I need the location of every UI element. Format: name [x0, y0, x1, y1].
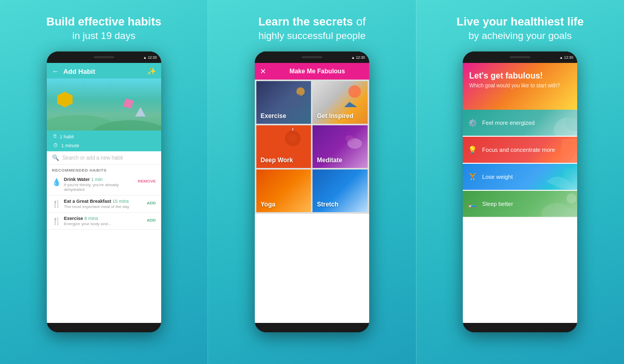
goal-focus[interactable]: 💡 Focus and concentrate more [463, 137, 577, 164]
stat-time-text: 1 minute [61, 143, 80, 148]
p3-header-title: Let's get fabulous! [469, 71, 571, 81]
habit-item-water: 💧 Drink Water 1 min If you're thirsty, y… [47, 174, 161, 196]
panel-1: Build effective habits in just 19 days ▲… [0, 0, 207, 364]
panel-1-heading-normal: in just 19 days [46, 30, 161, 43]
tile-inspired[interactable]: Get Inspired [313, 81, 368, 124]
tile-stretch[interactable]: Stretch [313, 170, 368, 212]
stat-row-habits: ⠿ 1 habit [53, 133, 155, 140]
goal-energized[interactable]: ⚙️ Feel more energized [463, 110, 577, 137]
panel-3-heading: Live your healthiest life by acheiving y… [451, 15, 589, 42]
water-icon: 💧 [52, 177, 61, 186]
phone-1-top-bar: ▲12:30 [47, 51, 161, 63]
phone-3-status: ▲12:30 [560, 56, 573, 59]
svg-rect-3 [290, 94, 301, 107]
hex-shape [57, 92, 73, 107]
phone-2-top-bar: ▲12:30 [255, 51, 369, 63]
exercise-deco [282, 84, 308, 110]
hills-svg [47, 110, 161, 131]
phone-1: ▲12:30 ← Add Habit ✨ [47, 51, 161, 332]
habit-item-exercise: 🍴 Exercise 8 mins Energize your body and… [47, 213, 161, 230]
svg-point-7 [289, 134, 297, 142]
search-placeholder: Search or add a new habit [62, 155, 123, 161]
p2-app-title: Make Me Fabulous [270, 68, 364, 75]
tile-meditate[interactable]: Meditate [313, 125, 368, 168]
tile-deepwork[interactable]: Deep Work [256, 125, 311, 168]
sleep-icon: 🛏️ [468, 200, 477, 208]
svg-marker-5 [344, 102, 357, 107]
goal-sleep-label: Sleep better [482, 201, 513, 207]
habit-water-info: Drink Water 1 min If you're thirsty, you… [64, 177, 135, 192]
svg-point-15 [563, 168, 575, 180]
p2-app-header: ✕ Make Me Fabulous [255, 63, 369, 80]
focus-icon: 💡 [468, 146, 477, 154]
habit-breakfast-info: Eat a Great Breakfast 15 mins The most i… [64, 199, 144, 209]
meditate-deco [339, 128, 365, 154]
p2-tile-grid: Exercise Get Inspired [255, 80, 369, 214]
phone-2: ▲12:30 ✕ Make Me Fabulous Exercise [255, 51, 369, 332]
phone-3-speaker [510, 56, 530, 58]
remove-button[interactable]: REMOVE [138, 177, 156, 184]
tile-deepwork-label: Deep Work [261, 157, 293, 164]
phone-1-bottom-bar [47, 323, 161, 332]
goal-weight[interactable]: 🏋️ Lose weight [463, 164, 577, 191]
inspired-deco [339, 84, 365, 110]
phone-2-bottom-bar [255, 323, 369, 332]
phone-2-screen: ✕ Make Me Fabulous Exercise [255, 63, 369, 323]
p3-goals-list: ⚙️ Feel more energized 💡 Focus and conce… [463, 110, 577, 218]
tile-yoga-label: Yoga [261, 201, 275, 208]
habit-exercise-desc: Energize your body and... [64, 222, 144, 226]
goal-focus-label: Focus and concentrate more [482, 147, 555, 153]
svg-point-4 [348, 85, 361, 98]
stat-row-time: ⏱ 1 minute [53, 141, 155, 149]
panel-3-heading-bold: Live your healthiest life [457, 15, 584, 30]
p1-app-header: ← Add Habit ✨ [47, 63, 161, 79]
phone-1-status: ▲12:30 [143, 56, 157, 59]
p3-header-sub: Which goal would you like to start with? [469, 83, 571, 88]
add-breakfast-button[interactable]: ADD [147, 199, 155, 205]
p1-stats: ⠿ 1 habit ⏱ 1 minute [47, 131, 161, 151]
habit-exercise-info: Exercise 8 mins Energize your body and..… [64, 216, 144, 226]
panel-3: Live your healthiest life by acheiving y… [417, 0, 624, 364]
goal-sleep[interactable]: 🛏️ Sleep better [463, 191, 577, 218]
phone-2-status: ▲12:30 [352, 56, 365, 59]
energized-deco [541, 110, 577, 136]
exercise-icon: 🍴 [52, 216, 61, 225]
goal-weight-label: Lose weight [482, 174, 513, 180]
breakfast-icon: 🍴 [52, 199, 61, 208]
habit-exercise-name: Exercise 8 mins [64, 216, 144, 221]
habit-breakfast-desc: The most important meal of the day [64, 204, 144, 209]
panel-2: Learn the secrets of highly successful p… [207, 0, 416, 364]
tile-exercise[interactable]: Exercise [256, 81, 311, 124]
tile-meditate-label: Meditate [317, 157, 342, 164]
sparkle-icon: ✨ [147, 67, 156, 75]
back-arrow-icon[interactable]: ← [52, 67, 59, 75]
p1-search-bar[interactable]: 🔍 Search or add a new habit [47, 151, 161, 165]
panel-3-heading-normal: by acheiving your goals [457, 30, 584, 43]
panel-2-heading: Learn the secrets of highly successful p… [253, 15, 371, 42]
add-exercise-button[interactable]: ADD [147, 216, 155, 223]
tile-yoga[interactable]: Yoga [256, 170, 311, 212]
pink-shape [123, 98, 134, 109]
svg-point-10 [345, 135, 354, 141]
phone-3: ▲12:30 Let's get fabulous! Which goal wo… [463, 51, 577, 332]
weight-icon: 🏋️ [468, 173, 477, 181]
energized-icon: ⚙️ [468, 119, 477, 127]
phone-1-speaker [94, 56, 114, 58]
tile-exercise-label: Exercise [261, 112, 286, 120]
p3-app-header: Let's get fabulous! Which goal would you… [463, 63, 577, 110]
close-icon[interactable]: ✕ [260, 67, 266, 75]
phone-2-speaker [302, 56, 322, 58]
time-icon: ⏱ [53, 142, 58, 148]
habit-water-name: Drink Water 1 min [64, 177, 135, 182]
panel-1-heading-bold: Build effective habits [46, 15, 161, 30]
p1-banner [47, 79, 161, 131]
search-icon: 🔍 [52, 154, 59, 161]
panel-2-heading-bold: Learn the secrets of [258, 15, 366, 30]
phone-3-bottom-bar [463, 323, 577, 332]
habit-water-desc: If you're thirsty, you're already dehydr… [64, 183, 135, 192]
goal-energized-label: Feel more energized [482, 120, 535, 126]
habits-icon: ⠿ [53, 134, 57, 139]
phone-3-screen: Let's get fabulous! Which goal would you… [463, 63, 577, 323]
recommended-habits-label: RECOMMENDED HABITS [47, 165, 161, 174]
svg-point-16 [567, 193, 577, 203]
